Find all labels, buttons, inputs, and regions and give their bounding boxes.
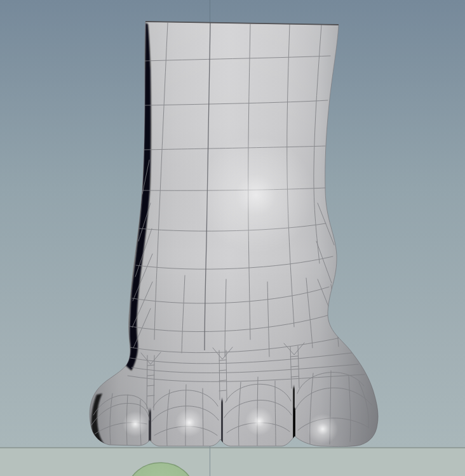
- viewport-3d[interactable]: [0, 0, 465, 476]
- ground-plane[interactable]: [0, 447, 465, 476]
- viewport-canvas[interactable]: [0, 0, 465, 476]
